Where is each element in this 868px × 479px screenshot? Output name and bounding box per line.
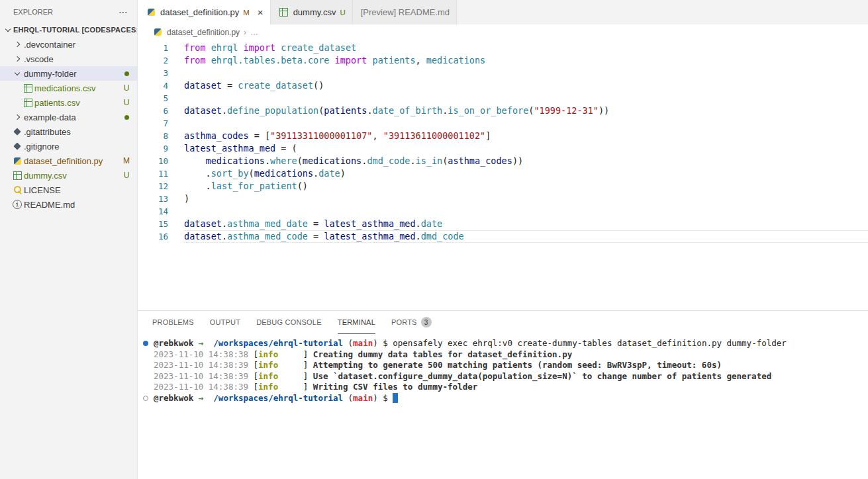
tree-item-gitattributes[interactable]: .gitattributes: [0, 124, 137, 139]
terminal-token: [: [248, 349, 258, 359]
code-token: medications: [426, 55, 485, 65]
tree-item-readme-md[interactable]: README.md: [0, 197, 137, 212]
code-line: 4dataset = create_dataset(): [138, 79, 868, 92]
code-line: 9latest_asthma_med = (: [138, 142, 868, 155]
line-number: 7: [138, 117, 168, 130]
terminal-token: [: [248, 360, 258, 370]
code-token: is_on_or_before: [448, 105, 528, 116]
code-token: [367, 55, 372, 65]
terminal-token: ]: [278, 349, 313, 359]
tab-label: [Preview] README.md: [361, 7, 450, 17]
line-number: 15: [138, 218, 168, 230]
line-number: 9: [138, 142, 168, 155]
explorer-sidebar: EXPLORER ⋯ EHRQL-TUTORIAL [CODESPACES:..…: [0, 0, 138, 479]
code-text: latest_asthma_med = (: [184, 142, 868, 155]
panel-tab-label: PROBLEMS: [152, 318, 194, 326]
breadcrumb-file[interactable]: dataset_definition.py: [167, 28, 240, 37]
code-token: .: [222, 105, 227, 116]
code-token: dmd_code: [367, 155, 410, 166]
terminal-token: 2023-11-10 14:38:39: [154, 382, 248, 392]
tree-item-label: example-data: [24, 112, 124, 122]
code-token: sort_by: [211, 168, 249, 179]
code-editor[interactable]: 1from ehrql import create_dataset2from e…: [138, 40, 868, 310]
code-token: .: [184, 168, 211, 179]
code-token: .: [222, 218, 227, 229]
panel-tab-debug-console[interactable]: DEBUG CONSOLE: [256, 311, 322, 334]
code-text: dataset.asthma_med_code = latest_asthma_…: [184, 230, 868, 243]
tab-label: dataset_definition.py: [160, 7, 239, 17]
tree-item-label: dummy.csv: [24, 171, 121, 181]
tree-item-dummy-csv[interactable]: dummy.csvU: [0, 168, 137, 183]
code-token: date: [421, 218, 443, 229]
panel-tab-ports[interactable]: PORTS3: [391, 311, 432, 334]
line-number: 6: [138, 105, 168, 117]
tree-item-label: .gitattributes: [24, 127, 137, 137]
panel-tab-label: OUTPUT: [210, 318, 240, 326]
code-token: .: [184, 181, 211, 191]
code-token: = [: [249, 130, 271, 141]
line-number: 13: [138, 193, 168, 205]
code-token: medications: [254, 168, 313, 179]
terminal-token: Creating dummy data tables for dataset_d…: [313, 349, 572, 359]
terminal-line: @rebkwok → /workspaces/ehrql-tutorial (m…: [142, 338, 868, 349]
line-number: 16: [138, 230, 168, 243]
command-decoration-icon[interactable]: [143, 396, 148, 401]
panel-tab-problems[interactable]: PROBLEMS: [152, 311, 194, 334]
git-status-badge: U: [340, 9, 345, 17]
tree-item-license[interactable]: LICENSE: [0, 183, 137, 197]
terminal-token: ]: [278, 371, 313, 381]
line-number: 12: [138, 180, 168, 193]
tree-item-gitignore[interactable]: .gitignore: [0, 139, 137, 153]
terminal-text: 2023-11-10 14:38:39 [info ] Attempting t…: [154, 360, 722, 371]
code-token: from: [184, 42, 206, 53]
terminal[interactable]: @rebkwok → /workspaces/ehrql-tutorial (m…: [138, 334, 868, 479]
panel-tab-terminal[interactable]: TERMINAL: [338, 311, 375, 334]
tree-item-patients-csv[interactable]: patients.csvU: [0, 95, 137, 110]
terminal-gutter: [142, 360, 154, 371]
code-text: asthma_codes = ["39113311000001107", "39…: [184, 130, 868, 142]
line-number: 14: [138, 205, 168, 218]
workspace-root-folder[interactable]: EHRQL-TUTORIAL [CODESPACES:...: [0, 22, 137, 37]
terminal-text: 2023-11-10 14:38:39 [info ] Writing CSV …: [154, 382, 477, 393]
terminal-cursor: [393, 393, 398, 403]
tree-item-medications-csv[interactable]: medications.csvU: [0, 81, 137, 95]
tab-preview-readme-md[interactable]: [Preview] README.md: [353, 0, 457, 24]
code-token: asthma_codes: [184, 130, 249, 141]
terminal-line: @rebkwok → /workspaces/ehrql-tutorial (m…: [142, 393, 868, 404]
terminal-token: [: [248, 371, 258, 381]
git-status-badge: M: [243, 9, 250, 17]
terminal-token: ]: [278, 382, 313, 392]
chevron-right-icon: [12, 39, 23, 50]
line-number: 1: [138, 42, 168, 54]
code-token: [206, 42, 211, 53]
more-actions-icon[interactable]: ⋯: [119, 7, 128, 17]
code-token: is_in: [416, 155, 443, 166]
git-status-badge: M: [121, 156, 132, 165]
tree-item-dummy-folder[interactable]: dummy-folder: [0, 66, 137, 81]
line-number: 5: [138, 92, 168, 105]
code-line: 13): [138, 193, 868, 205]
command-decoration-icon[interactable]: [143, 341, 148, 346]
panel-tab-output[interactable]: OUTPUT: [210, 311, 240, 334]
tree-item-vscode[interactable]: .vscode: [0, 52, 137, 66]
file-tree: .devcontainer.vscodedummy-foldermedicati…: [0, 37, 137, 212]
code-token: import: [243, 42, 275, 53]
tab-dataset-definition-py[interactable]: dataset_definition.pyM×: [138, 0, 271, 24]
breadcrumb-more[interactable]: …: [250, 28, 258, 37]
code-line: 2from ehrql.tables.beta.core import pati…: [138, 54, 868, 67]
close-icon[interactable]: ×: [258, 7, 264, 17]
code-token: create_dataset: [281, 42, 356, 53]
tree-item-label: .vscode: [24, 54, 137, 64]
tree-item-label: medications.csv: [34, 83, 121, 93]
code-token: create_dataset: [238, 80, 313, 91]
tree-item-devcontainer[interactable]: .devcontainer: [0, 37, 137, 52]
tree-item-dataset-definition-py[interactable]: dataset_definition.pyM: [0, 153, 137, 168]
code-token: last_for_patient: [211, 181, 297, 191]
terminal-text: 2023-11-10 14:38:38 [info ] Creating dum…: [154, 349, 572, 361]
code-token: "39113611000001102": [383, 130, 485, 141]
code-line: 15dataset.asthma_med_date = latest_asthm…: [138, 218, 868, 230]
explorer-header: EXPLORER ⋯: [0, 0, 137, 22]
tree-item-example-data[interactable]: example-data: [0, 110, 137, 124]
chevron-right-icon: [12, 54, 23, 64]
tab-dummy-csv[interactable]: dummy.csvU: [271, 0, 353, 24]
